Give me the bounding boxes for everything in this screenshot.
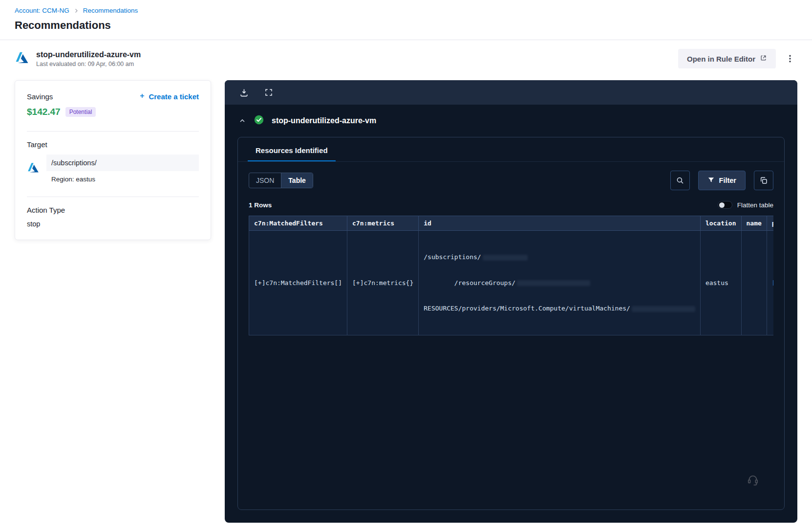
create-ticket-button[interactable]: Create a ticket (139, 92, 199, 101)
column-header-name: name (741, 216, 767, 231)
support-chat-icon[interactable] (747, 473, 759, 487)
create-ticket-label: Create a ticket (149, 92, 199, 101)
flatten-table-label: Flatten table (737, 201, 773, 209)
breadcrumb: Account: CCM-NG Recommendations (15, 7, 797, 14)
column-header-metrics: c7n:metrics (347, 216, 419, 231)
target-label: Target (27, 140, 199, 149)
action-type-label: Action Type (27, 206, 199, 214)
recommendation-name: stop-underutilized-azure-vm (36, 50, 141, 59)
breadcrumb-account-link[interactable]: Account: CCM-NG (15, 7, 69, 14)
card-divider (27, 197, 199, 197)
viewer-toolbar (225, 80, 797, 105)
azure-icon-small (27, 161, 40, 176)
rows-info-row: 1 Rows Flatten table (238, 195, 784, 216)
fullscreen-button[interactable] (264, 88, 273, 97)
breadcrumb-page-link[interactable]: Recommendations (83, 7, 138, 14)
target-path: /subscriptions/ (46, 155, 199, 171)
view-mode-segmented: JSON Table (249, 173, 313, 188)
more-options-button[interactable] (783, 51, 797, 66)
filter-button[interactable]: Filter (698, 171, 746, 190)
plus-icon (139, 92, 146, 101)
target-region: Region: eastus (46, 176, 199, 183)
cell-name (741, 231, 767, 335)
external-link-icon (760, 54, 767, 63)
search-button[interactable] (670, 171, 690, 190)
funnel-icon (707, 176, 715, 185)
cell-location: eastus (700, 231, 741, 335)
redacted-text (483, 255, 528, 261)
download-button[interactable] (239, 88, 249, 97)
top-bar: Account: CCM-NG Recommendations Recommen… (0, 0, 812, 32)
collapse-chevron-icon[interactable] (238, 117, 246, 125)
id-line-1: /subscriptions/ (424, 253, 481, 261)
savings-label: Savings (27, 92, 53, 101)
panel-title: stop-underutilized-azure-vm (272, 116, 376, 125)
redacted-text (517, 280, 590, 286)
id-line-3: RESOURCES/providers/Microsoft.Compute/vi… (424, 305, 630, 312)
panel-header: stop-underutilized-azure-vm (225, 105, 797, 134)
tab-resources-identified[interactable]: Resources Identified (248, 137, 336, 161)
main-content: Savings Create a ticket $142.47 Potentia… (0, 77, 812, 523)
tabs-row: Resources Identified (238, 137, 784, 162)
cell-id: /subscriptions/ /resourceGroups/ RESOURC… (419, 231, 701, 335)
action-type-value: stop (27, 220, 199, 228)
cell-properties-expander[interactable]: [+]properties{} (767, 231, 773, 335)
resources-panel: Resources Identified JSON Table (237, 137, 785, 510)
view-mode-table[interactable]: Table (281, 173, 313, 188)
potential-badge: Potential (65, 107, 96, 117)
success-check-icon (254, 114, 264, 127)
rows-count: 1 Rows (249, 201, 272, 209)
column-header-id: id (419, 216, 701, 231)
savings-card: Savings Create a ticket $142.47 Potentia… (15, 80, 211, 240)
toggle-knob (719, 202, 725, 208)
results-table: c7n:MatchedFilters c7n:metrics id locati… (249, 216, 773, 335)
open-rule-editor-button[interactable]: Open in Rule Editor (678, 49, 776, 68)
results-table-container: c7n:MatchedFilters c7n:metrics id locati… (249, 216, 773, 335)
card-divider (27, 131, 199, 132)
open-rule-editor-label: Open in Rule Editor (687, 55, 755, 63)
last-evaluated-text: Last evaluated on: 09 Apr, 06:00 am (36, 61, 141, 67)
cell-matched-filters-expander[interactable]: [+]c7n:MatchedFilters[] (249, 231, 347, 335)
cell-metrics-expander[interactable]: [+]c7n:metrics{} (347, 231, 419, 335)
chevron-right-icon (73, 8, 79, 14)
azure-icon (15, 50, 29, 67)
flatten-table-toggle[interactable] (718, 201, 732, 209)
page-title: Recommendations (15, 19, 797, 32)
view-mode-json[interactable]: JSON (249, 173, 281, 188)
view-controls: JSON Table Filter (238, 162, 784, 195)
redacted-text (632, 306, 695, 312)
column-header-location: location (700, 216, 741, 231)
filter-label: Filter (719, 177, 736, 184)
resource-viewer-panel: stop-underutilized-azure-vm Resources Id… (225, 80, 797, 523)
column-header-properties: properties (767, 216, 773, 231)
column-header-matched-filters: c7n:MatchedFilters (249, 216, 347, 231)
recommendation-header: stop-underutilized-azure-vm Last evaluat… (0, 40, 812, 77)
table-header-row: c7n:MatchedFilters c7n:metrics id locati… (249, 216, 774, 231)
table-row: [+]c7n:MatchedFilters[] [+]c7n:metrics{}… (249, 231, 774, 335)
copy-button[interactable] (754, 171, 773, 190)
savings-amount: $142.47 (27, 107, 61, 117)
id-line-2: /resourceGroups/ (424, 279, 515, 287)
